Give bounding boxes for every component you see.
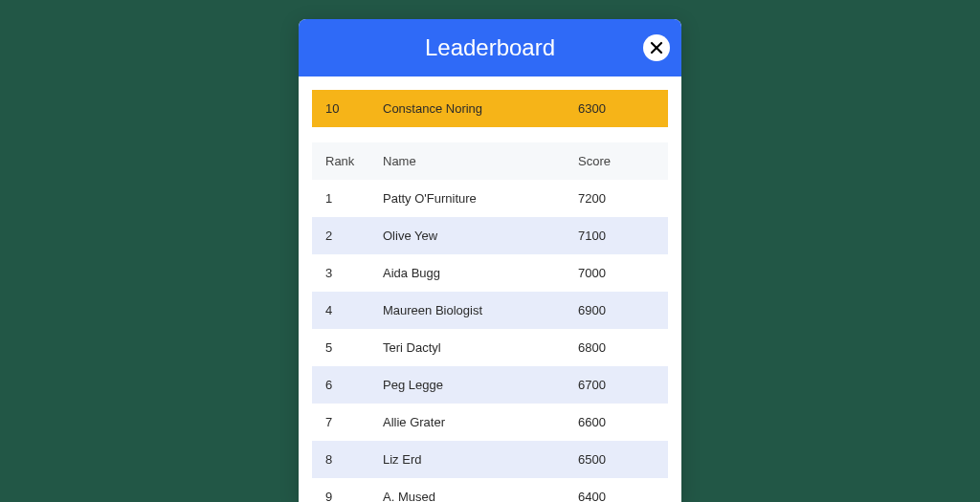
table-row: 1Patty O'Furniture7200 [312, 180, 668, 217]
table-row: 2Olive Yew7100 [312, 217, 668, 254]
table-row: 4Maureen Biologist6900 [312, 292, 668, 329]
cell-name: Aida Bugg [383, 266, 578, 280]
cell-name: Liz Erd [383, 452, 578, 467]
cell-rank: 6 [325, 378, 383, 392]
cell-score: 6500 [578, 452, 655, 467]
highlight-name: Constance Noring [383, 101, 578, 116]
cell-name: Peg Legge [383, 378, 578, 392]
modal-title: Leaderboard [425, 34, 555, 61]
highlight-rank: 10 [325, 101, 383, 116]
cell-name: Teri Dactyl [383, 340, 578, 355]
modal-body[interactable]: 10 Constance Noring 6300 Rank Name Score… [299, 76, 681, 502]
cell-rank: 5 [325, 340, 383, 355]
cell-score: 6900 [578, 303, 655, 317]
cell-score: 6700 [578, 378, 655, 392]
cell-score: 6600 [578, 415, 655, 429]
table-row: 8Liz Erd6500 [312, 441, 668, 478]
leaderboard-modal: Leaderboard 10 Constance Noring 6300 Ran… [299, 19, 681, 502]
cell-name: Olive Yew [383, 229, 578, 243]
cell-score: 6400 [578, 490, 655, 502]
modal-header: Leaderboard [299, 19, 681, 76]
cell-rank: 4 [325, 303, 383, 317]
col-name: Name [383, 154, 578, 168]
cell-score: 7100 [578, 229, 655, 243]
table-row: 7Allie Grater6600 [312, 404, 668, 441]
cell-name: A. Mused [383, 490, 578, 502]
cell-rank: 2 [325, 229, 383, 243]
table-row: 9A. Mused6400 [312, 478, 668, 502]
cell-rank: 9 [325, 490, 383, 502]
cell-name: Maureen Biologist [383, 303, 578, 317]
cell-rank: 1 [325, 191, 383, 206]
highlight-row: 10 Constance Noring 6300 [312, 90, 668, 127]
cell-rank: 8 [325, 452, 383, 467]
table-header: Rank Name Score [312, 142, 668, 180]
table-row: 5Teri Dactyl6800 [312, 329, 668, 366]
table-row: 6Peg Legge6700 [312, 366, 668, 404]
close-icon [650, 41, 663, 55]
table-row: 3Aida Bugg7000 [312, 254, 668, 292]
cell-score: 6800 [578, 340, 655, 355]
col-rank: Rank [325, 154, 383, 168]
cell-score: 7000 [578, 266, 655, 280]
col-score: Score [578, 154, 655, 168]
close-button[interactable] [643, 34, 670, 61]
cell-name: Patty O'Furniture [383, 191, 578, 206]
cell-rank: 3 [325, 266, 383, 280]
cell-name: Allie Grater [383, 415, 578, 429]
cell-score: 7200 [578, 191, 655, 206]
table-body: 1Patty O'Furniture72002Olive Yew71003Aid… [312, 180, 668, 502]
cell-rank: 7 [325, 415, 383, 429]
highlight-score: 6300 [578, 101, 655, 116]
